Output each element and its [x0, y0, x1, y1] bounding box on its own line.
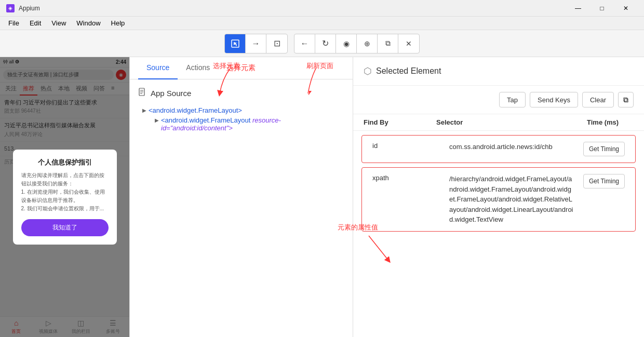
- minimize-button[interactable]: —: [566, 0, 590, 17]
- phone-modal-title: 个人信息保护指引: [21, 158, 109, 167]
- close-session-button[interactable]: ✕: [398, 34, 419, 53]
- content-area: Source Actions 选择元素 App Source: [130, 57, 644, 337]
- selected-header: ⬡ Selected Element: [353, 57, 644, 86]
- main-layout: 钟 all ❻ 2:44 独生子女证有效期 | 涂口红步骤 ◉ 关注 推荐 热点…: [0, 57, 644, 337]
- tree-arrow-2: ▶: [155, 117, 159, 123]
- back-button[interactable]: ←: [294, 34, 315, 53]
- eye-button[interactable]: ◉: [336, 34, 357, 53]
- menu-edit[interactable]: Edit: [25, 18, 45, 28]
- search-button[interactable]: ⊕: [357, 34, 378, 53]
- select-icon: [231, 39, 240, 48]
- tree-child-text: <android.widget.FrameLayout resource-id=…: [161, 116, 344, 132]
- copy-icon: ⧉: [385, 39, 391, 48]
- eye-icon: ◉: [343, 39, 350, 48]
- phone-modal-confirm-button[interactable]: 我知道了: [21, 219, 109, 236]
- menu-bar: File Edit View Window Help: [0, 17, 644, 30]
- screenshot-icon: ⊡: [274, 38, 280, 48]
- source-header: App Source: [138, 88, 344, 98]
- menu-file[interactable]: File: [4, 18, 23, 28]
- source-content: App Source ▶ <android.widget.FrameLayout…: [130, 79, 353, 337]
- close-button[interactable]: ✕: [614, 0, 638, 17]
- phone-panel: 钟 all ❻ 2:44 独生子女证有效期 | 涂口红步骤 ◉ 关注 推荐 热点…: [0, 57, 130, 337]
- app-icon: ◈: [6, 4, 15, 12]
- cell-find-by-xpath: xpath: [372, 174, 445, 182]
- get-timing-xpath-button[interactable]: Get Timing: [583, 174, 625, 188]
- menu-help[interactable]: Help: [107, 18, 129, 28]
- cell-find-by-id: id: [372, 142, 445, 150]
- copy-button[interactable]: ⧉: [378, 34, 398, 53]
- copy-clipboard-button[interactable]: ⧉: [618, 92, 634, 107]
- table-row-id: id com.ss.android.article.news:id/chb Ge…: [361, 135, 636, 163]
- table-row-xpath: xpath /hierarchy/android.widget.FrameLay…: [361, 167, 636, 232]
- tree-item-root[interactable]: ▶ <android.widget.FrameLayout>: [142, 106, 344, 114]
- col-find-by: Find By: [364, 118, 436, 126]
- selected-panel: ⬡ Selected Element Tap Send Keys Clear ⧉…: [353, 57, 644, 337]
- tab-actions[interactable]: Actions: [178, 57, 218, 79]
- phone-screen: 钟 all ❻ 2:44 独生子女证有效期 | 涂口红步骤 ◉ 关注 推荐 热点…: [0, 57, 129, 337]
- screenshot-button[interactable]: ⊡: [266, 34, 287, 53]
- tap-button[interactable]: Tap: [499, 92, 526, 107]
- title-bar: ◈ Appium — □ ✕: [0, 0, 644, 17]
- toolbar-group-1: → ⊡: [224, 34, 288, 53]
- app-title: Appium: [19, 5, 562, 12]
- cell-selector-id: com.ss.android.article.news:id/chb: [449, 142, 574, 152]
- selected-header-text: Selected Element: [376, 66, 441, 76]
- source-tree: ▶ <android.widget.FrameLayout> ▶ <androi…: [138, 106, 344, 132]
- source-panel: Source Actions 选择元素 App Source: [130, 57, 353, 337]
- col-time: Time (ms): [587, 118, 634, 126]
- source-header-text: App Source: [151, 89, 191, 98]
- select-element-button[interactable]: [225, 34, 246, 53]
- swipe-icon: →: [252, 39, 260, 48]
- phone-modal-overlay: 个人信息保护指引 请充分阅读并理解后，点击下面的按钮以接受我们的服务： 1. 在…: [0, 57, 129, 337]
- copy-clipboard-icon: ⧉: [623, 96, 628, 104]
- close-session-icon: ✕: [406, 39, 412, 48]
- swipe-button[interactable]: →: [246, 34, 266, 53]
- refresh-button[interactable]: ↻: [315, 34, 336, 53]
- menu-window[interactable]: Window: [72, 18, 104, 28]
- tree-item-child[interactable]: ▶ <android.widget.FrameLayout resource-i…: [155, 116, 344, 132]
- clear-button[interactable]: Clear: [582, 92, 614, 107]
- refresh-icon: ↻: [322, 38, 329, 48]
- back-icon: ←: [301, 39, 309, 48]
- phone-modal: 个人信息保护指引 请充分阅读并理解后，点击下面的按钮以接受我们的服务： 1. 在…: [13, 150, 117, 245]
- cell-selector-xpath: /hierarchy/android.widget.FrameLayout/an…: [449, 174, 574, 225]
- action-buttons: Tap Send Keys Clear ⧉: [353, 86, 644, 114]
- tab-source[interactable]: Source: [138, 57, 178, 79]
- element-table: Find By Selector Time (ms) id com.ss.and…: [353, 114, 644, 337]
- tree-child-1: ▶ <android.widget.FrameLayout resource-i…: [155, 116, 344, 132]
- tab-annotation-select: 选择元素: [218, 57, 264, 79]
- diamond-icon: ⬡: [364, 65, 372, 77]
- phone-modal-body: 请充分阅读并理解后，点击下面的按钮以接受我们的服务： 1. 在浏览使用时，我们会…: [21, 171, 109, 213]
- toolbar: → ⊡ ← ↻ ◉ ⊕ ⧉ ✕: [0, 30, 644, 57]
- get-timing-id-button[interactable]: Get Timing: [583, 142, 625, 156]
- cell-timing-id: Get Timing: [578, 142, 625, 156]
- panel-tabs: Source Actions 选择元素: [130, 57, 353, 79]
- cell-timing-xpath: Get Timing: [578, 174, 625, 188]
- col-selector: Selector: [436, 118, 587, 126]
- search-icon: ⊕: [364, 39, 370, 48]
- maximize-button[interactable]: □: [590, 0, 614, 17]
- table-header: Find By Selector Time (ms): [353, 114, 644, 131]
- tree-root-text: <android.widget.FrameLayout>: [149, 106, 242, 114]
- send-keys-button[interactable]: Send Keys: [530, 92, 578, 107]
- toolbar-group-2: ← ↻ ◉ ⊕ ⧉ ✕: [294, 34, 420, 53]
- menu-view[interactable]: View: [47, 18, 70, 28]
- tree-arrow-1: ▶: [142, 107, 146, 113]
- doc-icon: [138, 88, 146, 98]
- window-controls: — □ ✕: [566, 0, 638, 17]
